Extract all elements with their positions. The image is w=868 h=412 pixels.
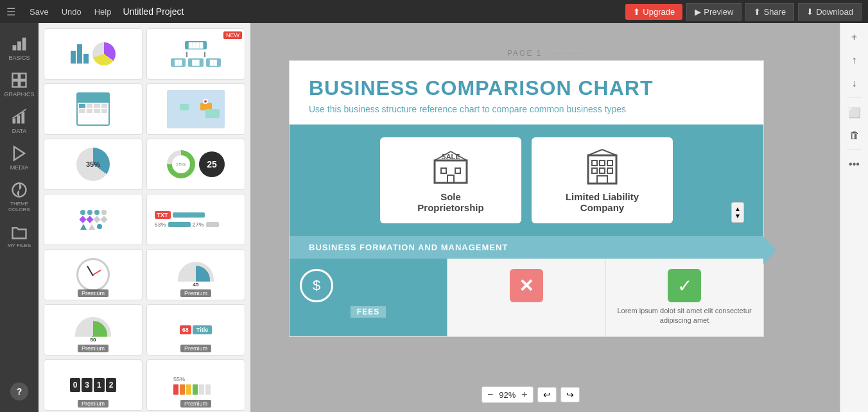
panel-item-progress[interactable]: Premium 55% (146, 359, 245, 411)
panel-item-gauge-35[interactable]: 35% (44, 139, 143, 190)
right-sidebar: + ↑ ↓ ⬜ 🗑 ••• (840, 23, 868, 412)
business-types: SALE SoleProprietorship (309, 137, 744, 223)
info-header: BUSINESS COMPARISON CHART Use this busin… (290, 61, 763, 124)
svg-rect-2 (22, 38, 26, 51)
panel-item-clock[interactable]: Premium (44, 249, 143, 300)
fees-icon: $ (300, 269, 333, 302)
llc-icon (547, 148, 657, 186)
panel-item-gauge-25[interactable]: 25% 25 (146, 139, 245, 190)
svg-text:SALE: SALE (441, 153, 460, 160)
svg-rect-25 (607, 168, 612, 173)
undo-canvas[interactable]: ↩ (537, 387, 557, 402)
x-column: ✕ (447, 259, 605, 336)
check-icon: ✓ (668, 269, 701, 302)
rs-up[interactable]: ↑ (844, 50, 865, 71)
sidebar-item-my-files[interactable]: MY FILES (0, 218, 39, 253)
panel-item-gauge2[interactable]: Premium 50 (44, 304, 143, 356)
canvas-area[interactable]: PAGE 1 BUSINESS COMPARISON CHART Use thi… (250, 23, 840, 412)
arrow-banner: BUSINESS FORMATION AND MANAGEMENT (290, 236, 763, 259)
biz-card-sole-prop[interactable]: SALE SoleProprietorship (380, 137, 521, 223)
download-button[interactable]: ⬇ Download (798, 3, 862, 21)
premium-badge-gauge2: Premium (78, 345, 108, 352)
svg-rect-18 (447, 175, 454, 183)
sidebar-item-basics[interactable]: BASICS (0, 30, 39, 66)
svg-rect-7 (13, 118, 16, 123)
hamburger-icon[interactable]: ☰ (6, 6, 15, 18)
panel-item-dots-shapes[interactable] (44, 194, 143, 245)
rs-down[interactable]: ↓ (844, 73, 865, 94)
upgrade-button[interactable]: ⬆ Upgrade (625, 4, 682, 20)
svg-rect-6 (20, 81, 26, 87)
panel-item-calendar[interactable] (44, 83, 143, 135)
svg-rect-4 (20, 74, 26, 80)
infographic-subtitle: Use this business structure reference ch… (309, 104, 744, 114)
share-button[interactable]: ⬆ Share (745, 3, 794, 21)
panel-item-bar-pie[interactable] (44, 28, 143, 80)
sole-prop-icon: SALE (395, 148, 506, 186)
fees-label: FEES (351, 306, 386, 318)
sole-prop-name: SoleProprietorship (395, 191, 506, 213)
premium-badge-label: Premium (180, 345, 211, 352)
rs-add[interactable]: + (844, 27, 865, 47)
panel-item-data-label[interactable]: Premium 68 Title (146, 304, 245, 356)
preview-button[interactable]: ▶ Preview (686, 3, 742, 21)
rs-more[interactable]: ••• (844, 154, 865, 175)
graphics-grid: NEW ████ ██ ██ ██ (44, 28, 245, 411)
zoom-minus[interactable]: − (487, 389, 493, 400)
sidebar-item-graphics[interactable]: GRAPHICS (0, 66, 39, 103)
sidebar-item-theme-colors[interactable]: THEME COLORS (0, 176, 39, 218)
formation-section: $ FEES ✕ ✓ Lorem ipsum dolot sit amet el… (290, 259, 763, 336)
rs-divider-2 (847, 150, 862, 150)
svg-rect-9 (22, 112, 25, 124)
scroll-down[interactable]: ▼ (734, 212, 741, 219)
rs-divider (847, 98, 862, 98)
sidebar-item-media[interactable]: MEDIA (0, 139, 39, 176)
svg-rect-21 (600, 160, 605, 166)
panels-area: NEW ████ ██ ██ ██ (39, 23, 868, 412)
scroll-widget[interactable]: ▲ ▼ (731, 202, 744, 223)
svg-rect-5 (13, 81, 19, 87)
panel-item-org-chart[interactable]: NEW ████ ██ ██ ██ (146, 28, 245, 80)
save-button[interactable]: Save (26, 4, 53, 19)
rs-delete[interactable]: 🗑 (844, 125, 865, 146)
biz-card-llc[interactable]: Limited LiabilityCompany (532, 137, 673, 223)
redo-canvas[interactable]: ↪ (560, 387, 580, 402)
svg-rect-14 (455, 168, 460, 173)
rs-frame[interactable]: ⬜ (844, 102, 865, 123)
help-button-sidebar[interactable]: ? (0, 377, 39, 406)
help-button[interactable]: Help (91, 4, 116, 19)
x-icon: ✕ (510, 269, 543, 302)
svg-rect-3 (13, 74, 19, 80)
left-panel: NEW ████ ██ ██ ██ (39, 23, 250, 412)
premium-badge-progress: Premium (180, 400, 211, 408)
zoom-plus[interactable]: + (521, 389, 527, 400)
download-icon: ⬇ (806, 7, 813, 17)
infographic[interactable]: BUSINESS COMPARISON CHART Use this busin… (289, 60, 764, 337)
main-area: BASICS GRAPHICS DATA MEDIA THEME COLORS … (0, 23, 868, 412)
llc-name: Limited LiabilityCompany (547, 191, 657, 213)
premium-badge-clock: Premium (78, 289, 108, 297)
zoom-controls: − 92% + (482, 386, 534, 403)
svg-rect-12 (435, 160, 467, 183)
svg-marker-10 (14, 147, 24, 160)
check-column: ✓ Lorem ipsum dolot sit amet elit consec… (605, 259, 763, 336)
panel-item-world-map[interactable] (146, 83, 245, 135)
banner-label: BUSINESS FORMATION AND MANAGEMENT (309, 243, 508, 252)
infographic-title: BUSINESS COMPARISON CHART (309, 76, 744, 100)
undo-button[interactable]: Undo (58, 4, 85, 19)
svg-rect-26 (597, 176, 607, 184)
info-blue-section: SALE SoleProprietorship (290, 124, 763, 236)
svg-rect-24 (600, 168, 605, 173)
panel-item-counter[interactable]: Premium 0 3 1 2 (44, 359, 143, 411)
premium-badge-counter: Premium (78, 400, 108, 408)
project-title[interactable]: Untitled Project (123, 6, 184, 17)
svg-rect-13 (441, 168, 446, 173)
scroll-up[interactable]: ▲ (734, 205, 741, 212)
svg-rect-23 (592, 168, 597, 173)
sidebar-item-data[interactable]: DATA (0, 103, 39, 139)
share-icon: ⬆ (754, 7, 761, 17)
upgrade-icon: ⬆ (633, 7, 640, 17)
panel-item-text-bars[interactable]: TXT 63% 27% (146, 194, 245, 245)
panel-item-speedometer[interactable]: Premium 45 (146, 249, 245, 300)
icon-strip: BASICS GRAPHICS DATA MEDIA THEME COLORS … (0, 23, 39, 412)
